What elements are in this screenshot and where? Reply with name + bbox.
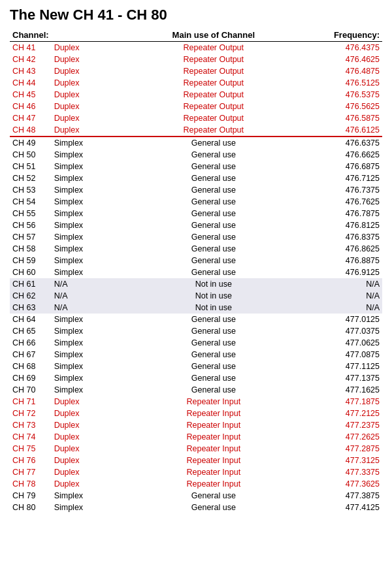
channel-cell: CH 52: [10, 172, 52, 184]
freq-cell: 476.8125: [323, 219, 382, 231]
channel-cell: CH 55: [10, 208, 52, 219]
table-row: CH 64 Simplex General use 477.0125: [10, 314, 382, 325]
channel-cell: CH 53: [10, 184, 52, 196]
table-row: CH 75 Duplex Repeater Input 477.2875: [10, 443, 382, 455]
table-row: CH 72 Duplex Repeater Input 477.2125: [10, 408, 382, 419]
freq-cell: 476.5125: [323, 77, 382, 89]
table-row: CH 55 Simplex General use 476.7875: [10, 208, 382, 219]
freq-cell: 477.1875: [323, 396, 382, 408]
use-cell: General use: [104, 372, 323, 384]
use-cell: Repeater Input: [104, 419, 323, 431]
type-cell: Duplex: [52, 124, 104, 137]
table-row: CH 61 N/A Not in use N/A: [10, 278, 382, 290]
use-cell: Repeater Output: [104, 89, 323, 101]
use-cell: General use: [104, 219, 323, 231]
type-cell: Duplex: [52, 419, 104, 431]
freq-cell: 477.1125: [323, 361, 382, 372]
table-row: CH 66 Simplex General use 477.0625: [10, 337, 382, 349]
channel-cell: CH 80: [10, 502, 52, 513]
channel-cell: CH 60: [10, 266, 52, 278]
freq-cell: 476.4375: [323, 42, 382, 54]
channel-cell: CH 50: [10, 149, 52, 161]
use-cell: General use: [104, 325, 323, 337]
table-row: CH 73 Duplex Repeater Input 477.2375: [10, 419, 382, 431]
freq-cell: 476.5625: [323, 101, 382, 112]
channel-cell: CH 65: [10, 325, 52, 337]
table-row: CH 62 N/A Not in use N/A: [10, 290, 382, 302]
use-cell: General use: [104, 255, 323, 266]
freq-cell: 476.4875: [323, 65, 382, 77]
freq-cell: 477.3875: [323, 490, 382, 502]
channel-cell: CH 43: [10, 65, 52, 77]
table-row: CH 76 Duplex Repeater Input 477.3125: [10, 455, 382, 466]
freq-cell: 476.6875: [323, 161, 382, 172]
use-cell: General use: [104, 137, 323, 149]
type-cell: N/A: [52, 290, 104, 302]
channel-cell: CH 64: [10, 314, 52, 325]
freq-cell: 477.3625: [323, 478, 382, 490]
table-row: CH 60 Simplex General use 476.9125: [10, 266, 382, 278]
use-cell: Not in use: [104, 278, 323, 290]
channel-cell: CH 56: [10, 219, 52, 231]
freq-cell: 477.1625: [323, 384, 382, 396]
use-cell: General use: [104, 384, 323, 396]
use-cell: Repeater Output: [104, 77, 323, 89]
page-title: The New CH 41 - CH 80: [10, 7, 382, 24]
type-cell: Duplex: [52, 455, 104, 466]
type-cell: Simplex: [52, 161, 104, 172]
table-row: CH 41 Duplex Repeater Output 476.4375: [10, 42, 382, 54]
type-cell: N/A: [52, 302, 104, 314]
type-cell: Simplex: [52, 208, 104, 219]
channel-cell: CH 72: [10, 408, 52, 419]
use-cell: Repeater Input: [104, 396, 323, 408]
use-cell: General use: [104, 266, 323, 278]
use-cell: Repeater Output: [104, 101, 323, 112]
freq-cell: 476.6125: [323, 124, 382, 137]
freq-cell: 477.4125: [323, 502, 382, 513]
channel-cell: CH 58: [10, 243, 52, 255]
type-cell: Simplex: [52, 243, 104, 255]
table-row: CH 68 Simplex General use 477.1125: [10, 361, 382, 372]
type-cell: Duplex: [52, 478, 104, 490]
freq-cell: 477.1375: [323, 372, 382, 384]
use-cell: General use: [104, 314, 323, 325]
table-row: CH 50 Simplex General use 476.6625: [10, 149, 382, 161]
use-cell: Not in use: [104, 302, 323, 314]
freq-cell: 476.7375: [323, 184, 382, 196]
freq-cell: 477.0875: [323, 349, 382, 361]
use-cell: Repeater Input: [104, 431, 323, 443]
use-cell: General use: [104, 172, 323, 184]
freq-cell: 476.5875: [323, 112, 382, 124]
channel-cell: CH 71: [10, 396, 52, 408]
type-cell: N/A: [52, 278, 104, 290]
table-row: CH 42 Duplex Repeater Output 476.4625: [10, 54, 382, 65]
type-cell: Simplex: [52, 255, 104, 266]
channel-cell: CH 69: [10, 372, 52, 384]
use-cell: General use: [104, 243, 323, 255]
use-cell: Repeater Input: [104, 443, 323, 455]
channel-cell: CH 61: [10, 278, 52, 290]
use-cell: General use: [104, 490, 323, 502]
type-cell: Duplex: [52, 89, 104, 101]
table-row: CH 78 Duplex Repeater Input 477.3625: [10, 478, 382, 490]
type-cell: Simplex: [52, 372, 104, 384]
type-cell: Duplex: [52, 101, 104, 112]
table-row: CH 53 Simplex General use 476.7375: [10, 184, 382, 196]
type-cell: Duplex: [52, 112, 104, 124]
type-cell: Duplex: [52, 42, 104, 54]
use-cell: Repeater Output: [104, 124, 323, 137]
channel-cell: CH 44: [10, 77, 52, 89]
channel-cell: CH 54: [10, 196, 52, 208]
use-cell: General use: [104, 231, 323, 243]
freq-cell: 477.2375: [323, 419, 382, 431]
type-cell: Duplex: [52, 408, 104, 419]
channel-cell: CH 76: [10, 455, 52, 466]
table-row: CH 80 Simplex General use 477.4125: [10, 502, 382, 513]
type-cell: Simplex: [52, 384, 104, 396]
type-cell: Simplex: [52, 325, 104, 337]
freq-cell: 476.6375: [323, 137, 382, 149]
type-cell: Simplex: [52, 137, 104, 149]
freq-cell: 476.8875: [323, 255, 382, 266]
use-cell: General use: [104, 349, 323, 361]
table-row: CH 63 N/A Not in use N/A: [10, 302, 382, 314]
